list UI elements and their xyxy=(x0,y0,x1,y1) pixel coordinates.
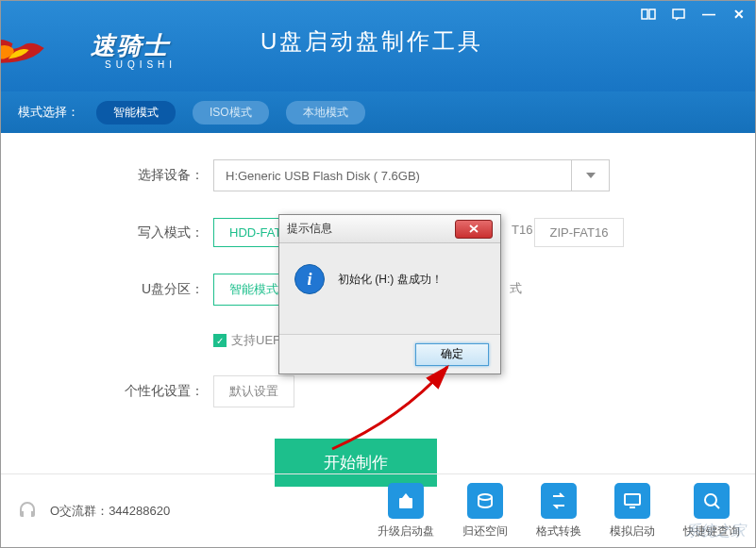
restore-icon xyxy=(467,483,503,519)
brand-pinyin: SUQISHI xyxy=(105,59,176,70)
window-controls: — ✕ xyxy=(640,7,748,22)
write-zip-fat16[interactable]: ZIP-FAT16 xyxy=(534,218,625,247)
book-icon[interactable] xyxy=(640,7,657,22)
brand-name: 速骑士 xyxy=(91,29,170,62)
personal-label: 个性化设置： xyxy=(58,383,204,400)
device-label: 选择设备： xyxy=(58,167,204,184)
svg-rect-1 xyxy=(399,498,412,508)
dialog-footer: 确定 xyxy=(279,334,500,374)
mode-bar: 模式选择： 智能模式 ISO模式 本地模式 xyxy=(1,91,755,133)
dialog-ok-button[interactable]: 确定 xyxy=(415,343,489,366)
chevron-down-icon xyxy=(586,173,596,178)
dialog-titlebar[interactable]: 提示信息 xyxy=(279,215,500,243)
tool-restore[interactable]: 归还空间 xyxy=(462,483,508,540)
personal-row: 个性化设置： 默认设置 xyxy=(58,375,698,407)
hotkey-icon xyxy=(694,483,730,519)
info-dialog: 提示信息 i 初始化 (H:) 盘成功！ 确定 xyxy=(278,214,501,374)
simulate-icon xyxy=(614,483,650,519)
tab-iso-mode[interactable]: ISO模式 xyxy=(193,101,269,125)
dialog-close-button[interactable] xyxy=(455,220,493,239)
tool-simulate[interactable]: 模拟启动 xyxy=(610,483,655,540)
svg-point-2 xyxy=(479,494,492,500)
dialog-body: i 初始化 (H:) 盘成功！ xyxy=(279,243,500,315)
tool-convert[interactable]: 格式转换 xyxy=(536,483,581,540)
write-mode-label: 写入模式： xyxy=(58,224,204,241)
svg-rect-4 xyxy=(630,506,635,508)
dialog-message: 初始化 (H:) 盘成功！ xyxy=(338,272,443,288)
svg-rect-3 xyxy=(625,494,640,505)
device-row: 选择设备： H:Generic USB Flash Disk ( 7.6GB) xyxy=(58,159,698,191)
mode-label: 模式选择： xyxy=(18,104,79,121)
tab-smart-mode[interactable]: 智能模式 xyxy=(96,101,176,125)
qq-group: O交流群：344288620 xyxy=(50,503,170,520)
close-icon xyxy=(469,224,479,233)
footer: O交流群：344288620 升级启动盘 归还空间 格式转换 模拟启动 xyxy=(1,473,755,547)
minimize-button[interactable]: — xyxy=(700,7,717,22)
watermark: 系统之家 xyxy=(685,522,746,541)
personal-default[interactable]: 默认设置 xyxy=(213,375,294,407)
tab-local-mode[interactable]: 本地模式 xyxy=(286,101,365,125)
upgrade-icon xyxy=(388,483,424,519)
svg-rect-0 xyxy=(673,9,684,18)
app-header: 速骑士 SUQISHI U盘启动盘制作工具 — ✕ xyxy=(1,1,755,91)
tool-upgrade[interactable]: 升级启动盘 xyxy=(378,483,434,540)
device-dropdown-button[interactable] xyxy=(572,159,610,191)
dialog-title-text: 提示信息 xyxy=(287,221,332,237)
check-icon: ✓ xyxy=(213,334,227,347)
feedback-icon[interactable] xyxy=(670,7,687,22)
partition-label: U盘分区： xyxy=(58,281,204,298)
info-icon: i xyxy=(294,264,325,294)
convert-icon xyxy=(541,483,577,519)
app-title: U盘启动盘制作工具 xyxy=(260,26,483,57)
close-button[interactable]: ✕ xyxy=(731,7,748,22)
logo: 速骑士 SUQISHI xyxy=(20,12,237,80)
device-select[interactable]: H:Generic USB Flash Disk ( 7.6GB) xyxy=(213,159,572,191)
flame-icon xyxy=(0,20,58,76)
headset-icon xyxy=(16,500,39,523)
